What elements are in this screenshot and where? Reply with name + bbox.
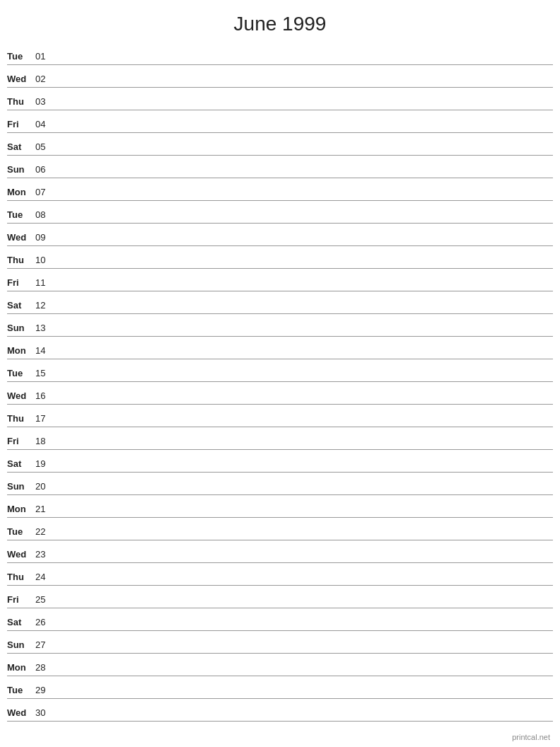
date-number: 20: [35, 481, 57, 493]
day-label: Fri: [7, 436, 35, 448]
calendar-row: Fri11: [7, 269, 553, 291]
day-label: Wed: [7, 549, 35, 561]
day-label: Tue: [7, 685, 35, 697]
calendar-row: Sun20: [7, 473, 553, 495]
date-number: 12: [35, 300, 57, 312]
date-number: 30: [35, 707, 57, 719]
day-label: Wed: [7, 232, 35, 244]
date-number: 29: [35, 685, 57, 697]
day-label: Tue: [7, 51, 35, 63]
calendar-row: Tue22: [7, 518, 553, 540]
day-label: Sat: [7, 458, 35, 470]
date-number: 23: [35, 549, 57, 561]
calendar-container: Tue01Wed02Thu03Fri04Sat05Sun06Mon07Tue08…: [0, 42, 560, 722]
calendar-row: Fri25: [7, 586, 553, 608]
calendar-row: Tue08: [7, 201, 553, 224]
calendar-row: Sun27: [7, 631, 553, 654]
date-number: 28: [35, 662, 57, 674]
date-number: 10: [35, 255, 57, 267]
calendar-row: Mon21: [7, 495, 553, 518]
date-number: 08: [35, 209, 57, 221]
date-number: 19: [35, 458, 57, 470]
date-number: 03: [35, 96, 57, 108]
date-number: 15: [35, 368, 57, 380]
day-label: Sat: [7, 617, 35, 629]
date-number: 09: [35, 232, 57, 244]
date-number: 25: [35, 594, 57, 606]
calendar-row: Mon28: [7, 654, 553, 676]
day-label: Sun: [7, 323, 35, 335]
day-label: Wed: [7, 707, 35, 719]
day-label: Thu: [7, 572, 35, 584]
footer-credit: printcal.net: [512, 733, 550, 741]
day-label: Mon: [7, 662, 35, 674]
calendar-row: Thu10: [7, 246, 553, 269]
date-number: 24: [35, 572, 57, 584]
calendar-row: Tue15: [7, 359, 553, 382]
date-number: 26: [35, 617, 57, 629]
date-number: 27: [35, 639, 57, 652]
calendar-row: Wed09: [7, 224, 553, 246]
calendar-row: Fri18: [7, 427, 553, 450]
date-number: 01: [35, 51, 57, 63]
date-number: 02: [35, 74, 57, 86]
page-title: June 1999: [0, 0, 560, 42]
day-label: Wed: [7, 390, 35, 403]
date-number: 14: [35, 345, 57, 357]
calendar-row: Mon07: [7, 178, 553, 201]
calendar-row: Wed23: [7, 540, 553, 563]
day-label: Wed: [7, 74, 35, 86]
day-label: Mon: [7, 345, 35, 357]
date-number: 16: [35, 390, 57, 403]
date-number: 07: [35, 187, 57, 199]
date-number: 13: [35, 323, 57, 335]
day-label: Fri: [7, 119, 35, 131]
date-number: 04: [35, 119, 57, 131]
calendar-row: Thu17: [7, 405, 553, 427]
calendar-row: Sun06: [7, 156, 553, 178]
calendar-row: Mon14: [7, 337, 553, 359]
calendar-row: Sat05: [7, 133, 553, 156]
date-number: 11: [35, 277, 57, 289]
day-label: Mon: [7, 187, 35, 199]
day-label: Sat: [7, 300, 35, 312]
calendar-row: Fri04: [7, 110, 553, 133]
calendar-row: Sun13: [7, 314, 553, 337]
date-number: 06: [35, 164, 57, 176]
day-label: Thu: [7, 413, 35, 425]
calendar-row: Tue01: [7, 42, 553, 65]
day-label: Fri: [7, 277, 35, 289]
day-label: Fri: [7, 594, 35, 606]
calendar-row: Sat12: [7, 291, 553, 314]
calendar-row: Wed16: [7, 382, 553, 405]
day-label: Sun: [7, 639, 35, 652]
calendar-row: Wed30: [7, 699, 553, 722]
day-label: Sun: [7, 164, 35, 176]
day-label: Tue: [7, 526, 35, 538]
day-label: Mon: [7, 504, 35, 516]
day-label: Tue: [7, 368, 35, 380]
day-label: Tue: [7, 209, 35, 221]
date-number: 05: [35, 141, 57, 154]
calendar-row: Wed02: [7, 65, 553, 88]
calendar-row: Thu24: [7, 563, 553, 586]
day-label: Thu: [7, 96, 35, 108]
calendar-row: Sat19: [7, 450, 553, 473]
calendar-row: Thu03: [7, 88, 553, 110]
date-number: 17: [35, 413, 57, 425]
date-number: 18: [35, 436, 57, 448]
date-number: 21: [35, 504, 57, 516]
date-number: 22: [35, 526, 57, 538]
day-label: Thu: [7, 255, 35, 267]
calendar-row: Sat26: [7, 608, 553, 631]
calendar-row: Tue29: [7, 676, 553, 699]
day-label: Sat: [7, 141, 35, 154]
day-label: Sun: [7, 481, 35, 493]
